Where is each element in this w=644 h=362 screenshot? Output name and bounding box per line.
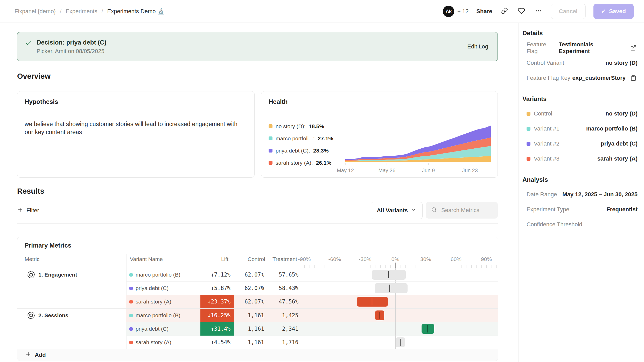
- variants-row: Control no story (D): [522, 106, 638, 121]
- variant-swatch: [129, 341, 133, 344]
- variant-swatch: [129, 273, 133, 277]
- breadcrumb-project[interactable]: Fixpanel {demo}: [15, 8, 56, 15]
- treatment-value: 1,716: [268, 336, 303, 349]
- x-axis-label: Jun 23: [462, 168, 478, 173]
- axis-tick-label: 30%: [420, 256, 431, 262]
- variants-label: Variant #2: [534, 140, 559, 147]
- lift-value: ↓7.12%: [200, 268, 234, 281]
- favorite-button[interactable]: [517, 6, 526, 16]
- metric-target-icon: [27, 312, 35, 319]
- breadcrumb-experiments[interactable]: Experiments: [66, 8, 97, 15]
- variant-swatch: [129, 327, 133, 331]
- lift-value: ↑4.54%: [200, 336, 234, 349]
- search-icon: [431, 207, 437, 214]
- details-value: exp_customerStory: [572, 75, 626, 81]
- col-treatment: Treatment: [272, 256, 297, 262]
- clipboard-icon[interactable]: [630, 75, 636, 81]
- lift-value: ↓5.87%: [200, 281, 234, 295]
- variants-section-title: Variants: [522, 95, 638, 103]
- details-sidebar: Details Feature Flag Testimonials Experi…: [519, 23, 644, 362]
- cancel-button[interactable]: Cancel: [551, 4, 586, 19]
- analysis-value: Frequentist: [606, 206, 638, 213]
- lift-point-marker: [372, 298, 373, 305]
- edit-log-link[interactable]: Edit Log: [467, 43, 488, 50]
- link-icon: [501, 8, 508, 14]
- share-button[interactable]: Share: [476, 8, 492, 15]
- confidence-interval-bar: [375, 310, 384, 320]
- metric-variant-row[interactable]: sarah story (A) ↑4.54% 1,161 1,716: [17, 336, 498, 349]
- variants-dropdown[interactable]: All Variants: [371, 202, 423, 219]
- control-value: 62.07%: [234, 295, 268, 308]
- results-heading: Results: [17, 187, 498, 196]
- analysis-row: Date Range May 12, 2025 – Jun 30, 2025: [522, 187, 638, 202]
- metric-variant-row[interactable]: marco portfolio (B) ↓7.12% 62.07% 57.65%: [17, 268, 498, 281]
- decision-title: Decision: priya debt (C): [37, 39, 106, 46]
- details-row: Feature Flag Testimonials Experiment: [522, 40, 638, 55]
- decision-subtitle: Picker, Amit on 08/05/2025: [37, 48, 106, 55]
- confidence-interval-bar: [375, 283, 408, 293]
- check-icon: [25, 40, 32, 47]
- details-label: Control Variant: [527, 60, 564, 66]
- treatment-value: 58.43%: [268, 281, 303, 295]
- lift-point-marker: [379, 312, 380, 319]
- primary-metrics-title: Primary Metrics: [17, 237, 498, 254]
- metric-variant-row[interactable]: priya debt (C) ↑31.4% 1,161 2,341: [17, 322, 498, 336]
- axis-tick-label: 0%: [391, 256, 399, 262]
- copy-link-button[interactable]: [500, 6, 509, 16]
- breadcrumb-separator: /: [101, 8, 103, 15]
- details-row: Control Variant no story (D): [522, 55, 638, 70]
- decision-banner: Decision: priya debt (C) Picker, Amit on…: [17, 32, 498, 61]
- variant-name: sarah story (A): [136, 339, 171, 345]
- variants-label: Control: [534, 110, 552, 117]
- metric-variant-row[interactable]: priya debt (C) ↓5.87% 62.07% 58.43%: [17, 281, 498, 295]
- legend-label: no story (D):: [276, 123, 306, 129]
- x-axis-label: May 12: [337, 168, 354, 173]
- lift-point-marker: [427, 325, 428, 332]
- search-metrics-input[interactable]: [441, 207, 491, 214]
- saved-label: Saved: [609, 8, 626, 15]
- analysis-label: Date Range: [527, 191, 557, 198]
- axis-tick-label: -30%: [359, 256, 371, 262]
- hypothesis-card: Hypothesis we believe that showing custo…: [17, 91, 255, 178]
- breadcrumb-separator: /: [60, 8, 61, 15]
- x-axis-label: Jun 9: [422, 168, 435, 173]
- variants-row: Variant #1 marco portfolio (B): [522, 121, 638, 136]
- health-card: Health no story (D): 18.5% marco portfol…: [261, 91, 498, 178]
- variants-label: Variant #1: [534, 125, 559, 132]
- avatar[interactable]: Ak: [443, 6, 454, 17]
- variants-value: no story (D): [606, 110, 638, 117]
- variants-row: Variant #2 priya debt (C): [522, 136, 638, 151]
- metric-variant-row[interactable]: marco portfolio (B) ↓16.25% 1,161 1,425: [17, 309, 498, 322]
- metric-variant-row[interactable]: sarah story (A) ↓23.37% 62.07% 47.56%: [17, 295, 498, 308]
- x-axis-label: May 26: [378, 168, 395, 173]
- more-options-button[interactable]: [534, 6, 543, 16]
- col-control: Control: [248, 256, 265, 262]
- variant-name: marco portfolio (B): [136, 272, 180, 278]
- hypothesis-title: Hypothesis: [17, 91, 254, 112]
- legend-swatch: [269, 149, 272, 153]
- treatment-value: 1,425: [268, 309, 303, 322]
- axis-tick-label: -60%: [328, 256, 341, 262]
- axis-tick-label: -90%: [298, 256, 311, 262]
- external-link-icon[interactable]: [630, 45, 636, 51]
- add-metric-button[interactable]: Add: [17, 349, 498, 361]
- more-icon: [535, 7, 542, 15]
- variants-value: marco portfolio (B): [586, 125, 638, 132]
- treatment-value: 47.56%: [268, 295, 303, 308]
- divider: [17, 223, 498, 224]
- variants-label: Variant #3: [534, 155, 559, 162]
- control-value: 62.07%: [234, 281, 268, 295]
- metric-group: 1. Engagement marco portfolio (B) ↓7.12%…: [17, 268, 498, 308]
- metrics-table-header: Metric Variant Name Lift Control Treatme…: [17, 254, 498, 268]
- saved-button[interactable]: ✓ Saved: [593, 4, 634, 19]
- analysis-value: May 12, 2025 – Jun 30, 2025: [562, 191, 638, 198]
- top-bar: Fixpanel {demo} / Experiments / Experime…: [0, 0, 644, 23]
- treatment-value: 2,341: [268, 322, 303, 336]
- add-filter-button[interactable]: Filter: [17, 207, 39, 214]
- treatment-value: 57.65%: [268, 268, 303, 281]
- axis-tick-label: 60%: [451, 256, 461, 262]
- health-title: Health: [261, 91, 498, 112]
- avatar-overflow-count[interactable]: + 12: [457, 8, 468, 15]
- control-value: 62.07%: [234, 268, 268, 281]
- legend-value: 28.3%: [313, 148, 329, 154]
